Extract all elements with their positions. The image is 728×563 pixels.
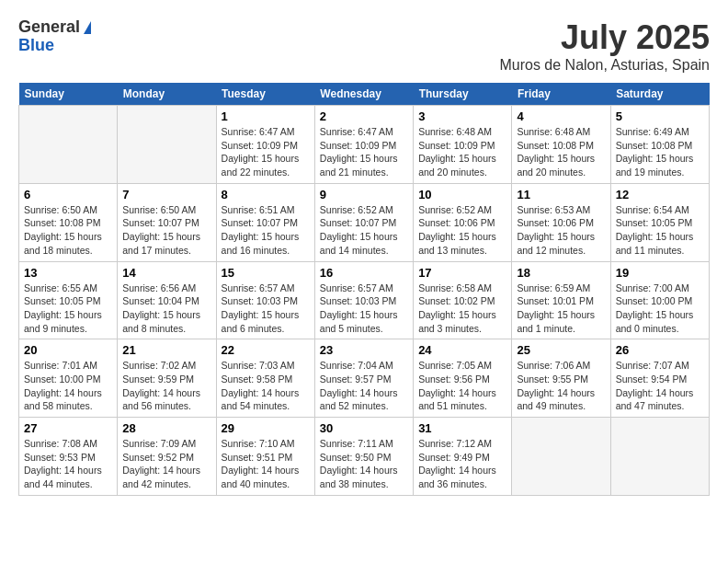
weekday-header: Saturday [610, 83, 709, 106]
day-info: Sunrise: 7:00 AM Sunset: 10:00 PM Daylig… [616, 282, 704, 336]
day-info: Sunrise: 6:50 AM Sunset: 10:08 PM Daylig… [24, 203, 112, 258]
day-number: 19 [616, 266, 704, 280]
day-number: 18 [517, 266, 605, 280]
calendar-cell [610, 418, 709, 496]
day-info: Sunrise: 6:52 AM Sunset: 10:07 PM Daylig… [320, 203, 408, 258]
calendar-cell: 10Sunrise: 6:52 AM Sunset: 10:06 PM Dayl… [414, 183, 512, 261]
logo-general: General [18, 17, 80, 36]
day-info: Sunrise: 7:10 AM Sunset: 9:51 PM Dayligh… [222, 437, 310, 491]
day-info: Sunrise: 6:48 AM Sunset: 10:09 PM Daylig… [418, 125, 506, 179]
calendar-cell [512, 418, 610, 496]
calendar-cell: 8Sunrise: 6:51 AM Sunset: 10:07 PM Dayli… [216, 183, 314, 261]
day-info: Sunrise: 7:03 AM Sunset: 9:58 PM Dayligh… [222, 359, 310, 413]
day-number: 28 [122, 421, 210, 435]
calendar-cell: 11Sunrise: 6:53 AM Sunset: 10:06 PM Dayl… [512, 183, 610, 261]
calendar-cell: 6Sunrise: 6:50 AM Sunset: 10:08 PM Dayli… [19, 183, 118, 261]
calendar-cell: 23Sunrise: 7:04 AM Sunset: 9:57 PM Dayli… [314, 339, 413, 418]
week-row: 6Sunrise: 6:50 AM Sunset: 10:08 PM Dayli… [19, 183, 710, 261]
calendar-cell: 30Sunrise: 7:11 AM Sunset: 9:50 PM Dayli… [314, 418, 413, 496]
day-number: 8 [222, 188, 310, 201]
day-info: Sunrise: 6:47 AM Sunset: 10:09 PM Daylig… [320, 125, 408, 179]
day-info: Sunrise: 7:06 AM Sunset: 9:55 PM Dayligh… [517, 359, 605, 413]
calendar-cell: 15Sunrise: 6:57 AM Sunset: 10:03 PM Dayl… [216, 261, 314, 339]
day-number: 25 [517, 343, 605, 357]
day-info: Sunrise: 6:51 AM Sunset: 10:07 PM Daylig… [222, 203, 310, 258]
weekday-header: Thursday [414, 83, 512, 106]
day-info: Sunrise: 7:12 AM Sunset: 9:49 PM Dayligh… [418, 437, 506, 491]
weekday-header: Friday [512, 83, 610, 106]
day-number: 31 [418, 421, 506, 435]
weekday-header: Tuesday [216, 83, 314, 106]
day-info: Sunrise: 6:54 AM Sunset: 10:05 PM Daylig… [616, 203, 704, 258]
day-info: Sunrise: 6:47 AM Sunset: 10:09 PM Daylig… [222, 125, 310, 179]
calendar-cell: 27Sunrise: 7:08 AM Sunset: 9:53 PM Dayli… [19, 418, 118, 496]
calendar-cell: 21Sunrise: 7:02 AM Sunset: 9:59 PM Dayli… [118, 339, 216, 418]
day-info: Sunrise: 6:49 AM Sunset: 10:08 PM Daylig… [616, 125, 704, 179]
calendar-cell: 25Sunrise: 7:06 AM Sunset: 9:55 PM Dayli… [512, 339, 610, 418]
calendar-cell: 17Sunrise: 6:58 AM Sunset: 10:02 PM Dayl… [414, 261, 512, 339]
week-row: 13Sunrise: 6:55 AM Sunset: 10:05 PM Dayl… [19, 261, 710, 339]
day-number: 2 [320, 109, 408, 123]
week-row: 27Sunrise: 7:08 AM Sunset: 9:53 PM Dayli… [19, 418, 710, 496]
page-header: General Blue July 2025 Muros de Nalon, A… [18, 18, 710, 74]
day-info: Sunrise: 7:04 AM Sunset: 9:57 PM Dayligh… [320, 359, 408, 413]
week-row: 20Sunrise: 7:01 AM Sunset: 10:00 PM Dayl… [19, 339, 710, 418]
title-block: July 2025 Muros de Nalon, Asturias, Spai… [499, 18, 710, 74]
day-info: Sunrise: 7:09 AM Sunset: 9:52 PM Dayligh… [122, 437, 210, 491]
day-number: 3 [418, 109, 506, 123]
calendar-cell: 22Sunrise: 7:03 AM Sunset: 9:58 PM Dayli… [216, 339, 314, 418]
weekday-header-row: SundayMondayTuesdayWednesdayThursdayFrid… [19, 83, 710, 106]
day-info: Sunrise: 7:11 AM Sunset: 9:50 PM Dayligh… [320, 437, 408, 491]
month-title: July 2025 [499, 18, 710, 57]
calendar-cell: 31Sunrise: 7:12 AM Sunset: 9:49 PM Dayli… [414, 418, 512, 496]
calendar: SundayMondayTuesdayWednesdayThursdayFrid… [18, 83, 710, 496]
calendar-cell: 4Sunrise: 6:48 AM Sunset: 10:08 PM Dayli… [512, 106, 610, 184]
calendar-cell: 12Sunrise: 6:54 AM Sunset: 10:05 PM Dayl… [610, 183, 709, 261]
calendar-cell: 28Sunrise: 7:09 AM Sunset: 9:52 PM Dayli… [118, 418, 216, 496]
day-number: 29 [222, 421, 310, 435]
day-number: 12 [616, 188, 704, 201]
day-number: 26 [616, 343, 704, 357]
day-number: 16 [320, 266, 408, 280]
day-number: 7 [122, 188, 210, 201]
calendar-cell [118, 106, 216, 184]
day-number: 14 [122, 266, 210, 280]
day-info: Sunrise: 6:50 AM Sunset: 10:07 PM Daylig… [122, 203, 210, 258]
day-number: 23 [320, 343, 408, 357]
calendar-cell: 5Sunrise: 6:49 AM Sunset: 10:08 PM Dayli… [610, 106, 709, 184]
calendar-cell: 20Sunrise: 7:01 AM Sunset: 10:00 PM Dayl… [19, 339, 118, 418]
day-number: 5 [616, 109, 704, 123]
calendar-cell: 29Sunrise: 7:10 AM Sunset: 9:51 PM Dayli… [216, 418, 314, 496]
day-number: 20 [24, 343, 112, 357]
day-number: 9 [320, 188, 408, 201]
calendar-cell: 18Sunrise: 6:59 AM Sunset: 10:01 PM Dayl… [512, 261, 610, 339]
calendar-cell: 26Sunrise: 7:07 AM Sunset: 9:54 PM Dayli… [610, 339, 709, 418]
day-number: 1 [222, 109, 310, 123]
day-info: Sunrise: 7:02 AM Sunset: 9:59 PM Dayligh… [122, 359, 210, 413]
calendar-cell: 14Sunrise: 6:56 AM Sunset: 10:04 PM Dayl… [118, 261, 216, 339]
calendar-cell [19, 106, 118, 184]
calendar-cell: 13Sunrise: 6:55 AM Sunset: 10:05 PM Dayl… [19, 261, 118, 339]
day-info: Sunrise: 7:05 AM Sunset: 9:56 PM Dayligh… [418, 359, 506, 413]
day-info: Sunrise: 6:56 AM Sunset: 10:04 PM Daylig… [122, 282, 210, 336]
day-number: 4 [517, 109, 605, 123]
logo: General Blue [18, 18, 91, 55]
day-number: 13 [24, 266, 112, 280]
logo-blue: Blue [18, 37, 91, 55]
calendar-cell: 9Sunrise: 6:52 AM Sunset: 10:07 PM Dayli… [314, 183, 413, 261]
calendar-cell: 3Sunrise: 6:48 AM Sunset: 10:09 PM Dayli… [414, 106, 512, 184]
day-info: Sunrise: 6:53 AM Sunset: 10:06 PM Daylig… [517, 203, 605, 258]
day-number: 17 [418, 266, 506, 280]
day-number: 24 [418, 343, 506, 357]
weekday-header: Wednesday [314, 83, 413, 106]
day-info: Sunrise: 7:07 AM Sunset: 9:54 PM Dayligh… [616, 359, 704, 413]
day-info: Sunrise: 6:57 AM Sunset: 10:03 PM Daylig… [320, 282, 408, 336]
day-number: 10 [418, 188, 506, 201]
day-info: Sunrise: 6:52 AM Sunset: 10:06 PM Daylig… [418, 203, 506, 258]
day-number: 27 [24, 421, 112, 435]
day-info: Sunrise: 6:58 AM Sunset: 10:02 PM Daylig… [418, 282, 506, 336]
day-number: 11 [517, 188, 605, 201]
logo-icon [84, 21, 91, 34]
day-info: Sunrise: 6:48 AM Sunset: 10:08 PM Daylig… [517, 125, 605, 179]
day-number: 22 [222, 343, 310, 357]
